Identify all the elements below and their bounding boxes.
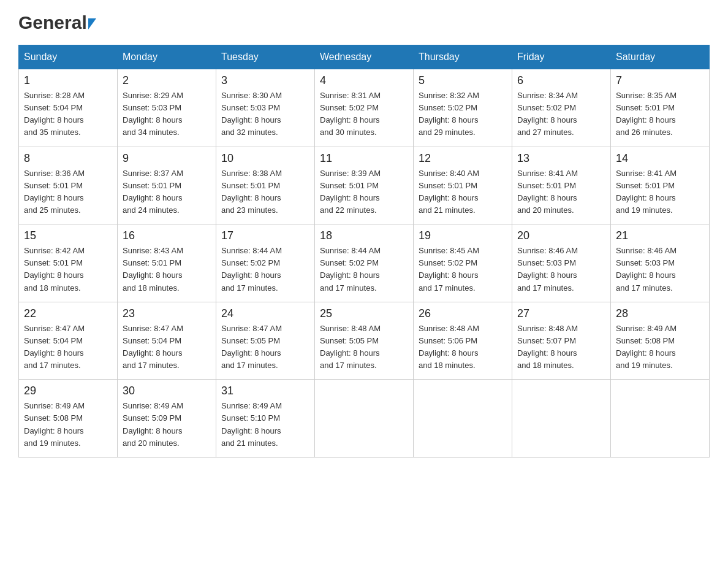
day-number: 29 [24, 385, 112, 397]
day-info: Sunrise: 8:47 AMSunset: 5:04 PMDaylight:… [24, 323, 112, 372]
day-info: Sunrise: 8:48 AMSunset: 5:06 PMDaylight:… [419, 323, 507, 372]
day-cell: 16Sunrise: 8:43 AMSunset: 5:01 PMDayligh… [118, 224, 216, 302]
day-cell: 12Sunrise: 8:40 AMSunset: 5:01 PMDayligh… [414, 147, 512, 224]
day-number: 18 [320, 229, 408, 242]
day-number: 23 [123, 307, 211, 320]
day-info: Sunrise: 8:47 AMSunset: 5:05 PMDaylight:… [221, 323, 309, 372]
day-cell: 18Sunrise: 8:44 AMSunset: 5:02 PMDayligh… [315, 224, 414, 302]
day-number: 7 [616, 74, 704, 87]
day-number: 15 [24, 229, 112, 242]
day-number: 22 [24, 307, 112, 320]
day-info: Sunrise: 8:41 AMSunset: 5:01 PMDaylight:… [616, 167, 704, 217]
weekday-header-sunday: Sunday [19, 45, 118, 69]
day-cell: 10Sunrise: 8:38 AMSunset: 5:01 PMDayligh… [216, 147, 315, 224]
day-cell: 22Sunrise: 8:47 AMSunset: 5:04 PMDayligh… [19, 302, 118, 380]
day-number: 21 [616, 229, 704, 242]
day-cell: 1Sunrise: 8:28 AMSunset: 5:04 PMDaylight… [19, 69, 118, 147]
day-cell [315, 380, 414, 458]
day-cell [414, 380, 512, 458]
day-number: 20 [517, 229, 605, 242]
day-cell: 23Sunrise: 8:47 AMSunset: 5:04 PMDayligh… [118, 302, 216, 380]
page-header: General [18, 12, 710, 33]
day-number: 14 [616, 152, 704, 165]
logo: General [18, 12, 96, 33]
day-info: Sunrise: 8:44 AMSunset: 5:02 PMDaylight:… [221, 245, 309, 294]
day-number: 8 [24, 152, 112, 165]
day-info: Sunrise: 8:39 AMSunset: 5:01 PMDaylight:… [320, 167, 408, 217]
day-cell: 2Sunrise: 8:29 AMSunset: 5:03 PMDaylight… [118, 69, 216, 147]
day-number: 16 [123, 229, 211, 242]
day-number: 28 [616, 307, 704, 320]
week-row-3: 15Sunrise: 8:42 AMSunset: 5:01 PMDayligh… [19, 224, 710, 302]
weekday-header-saturday: Saturday [611, 45, 710, 69]
day-number: 11 [320, 152, 408, 165]
day-info: Sunrise: 8:45 AMSunset: 5:02 PMDaylight:… [419, 245, 507, 294]
week-row-2: 8Sunrise: 8:36 AMSunset: 5:01 PMDaylight… [19, 147, 710, 224]
day-info: Sunrise: 8:35 AMSunset: 5:01 PMDaylight:… [616, 90, 704, 139]
day-cell: 31Sunrise: 8:49 AMSunset: 5:10 PMDayligh… [216, 380, 315, 458]
day-info: Sunrise: 8:32 AMSunset: 5:02 PMDaylight:… [419, 90, 507, 139]
day-number: 19 [419, 229, 507, 242]
weekday-header-friday: Friday [512, 45, 611, 69]
weekday-header-tuesday: Tuesday [216, 45, 315, 69]
day-info: Sunrise: 8:49 AMSunset: 5:10 PMDaylight:… [221, 400, 309, 450]
day-info: Sunrise: 8:38 AMSunset: 5:01 PMDaylight:… [221, 167, 309, 217]
day-cell: 28Sunrise: 8:49 AMSunset: 5:08 PMDayligh… [611, 302, 710, 380]
week-row-4: 22Sunrise: 8:47 AMSunset: 5:04 PMDayligh… [19, 302, 710, 380]
day-info: Sunrise: 8:46 AMSunset: 5:03 PMDaylight:… [517, 245, 605, 294]
day-cell: 19Sunrise: 8:45 AMSunset: 5:02 PMDayligh… [414, 224, 512, 302]
day-cell: 6Sunrise: 8:34 AMSunset: 5:02 PMDaylight… [512, 69, 611, 147]
day-cell: 5Sunrise: 8:32 AMSunset: 5:02 PMDaylight… [414, 69, 512, 147]
day-info: Sunrise: 8:44 AMSunset: 5:02 PMDaylight:… [320, 245, 408, 294]
day-cell: 30Sunrise: 8:49 AMSunset: 5:09 PMDayligh… [118, 380, 216, 458]
day-cell: 8Sunrise: 8:36 AMSunset: 5:01 PMDaylight… [19, 147, 118, 224]
day-info: Sunrise: 8:40 AMSunset: 5:01 PMDaylight:… [419, 167, 507, 217]
day-info: Sunrise: 8:46 AMSunset: 5:03 PMDaylight:… [616, 245, 704, 294]
weekday-header-thursday: Thursday [414, 45, 512, 69]
day-cell: 4Sunrise: 8:31 AMSunset: 5:02 PMDaylight… [315, 69, 414, 147]
calendar-table: SundayMondayTuesdayWednesdayThursdayFrid… [18, 45, 710, 458]
day-info: Sunrise: 8:49 AMSunset: 5:08 PMDaylight:… [616, 323, 704, 372]
day-info: Sunrise: 8:31 AMSunset: 5:02 PMDaylight:… [320, 90, 408, 139]
day-cell: 11Sunrise: 8:39 AMSunset: 5:01 PMDayligh… [315, 147, 414, 224]
day-number: 5 [419, 74, 507, 87]
day-number: 1 [24, 74, 112, 87]
day-number: 27 [517, 307, 605, 320]
day-info: Sunrise: 8:29 AMSunset: 5:03 PMDaylight:… [123, 90, 211, 139]
day-info: Sunrise: 8:28 AMSunset: 5:04 PMDaylight:… [24, 90, 112, 139]
day-info: Sunrise: 8:36 AMSunset: 5:01 PMDaylight:… [24, 167, 112, 217]
weekday-header-row: SundayMondayTuesdayWednesdayThursdayFrid… [19, 45, 710, 69]
weekday-header-wednesday: Wednesday [315, 45, 414, 69]
day-info: Sunrise: 8:49 AMSunset: 5:08 PMDaylight:… [24, 400, 112, 450]
day-number: 24 [221, 307, 309, 320]
day-cell: 24Sunrise: 8:47 AMSunset: 5:05 PMDayligh… [216, 302, 315, 380]
day-number: 6 [517, 74, 605, 87]
day-cell: 15Sunrise: 8:42 AMSunset: 5:01 PMDayligh… [19, 224, 118, 302]
day-info: Sunrise: 8:37 AMSunset: 5:01 PMDaylight:… [123, 167, 211, 217]
day-cell: 29Sunrise: 8:49 AMSunset: 5:08 PMDayligh… [19, 380, 118, 458]
day-number: 9 [123, 152, 211, 165]
day-info: Sunrise: 8:43 AMSunset: 5:01 PMDaylight:… [123, 245, 211, 294]
day-cell: 26Sunrise: 8:48 AMSunset: 5:06 PMDayligh… [414, 302, 512, 380]
day-cell: 17Sunrise: 8:44 AMSunset: 5:02 PMDayligh… [216, 224, 315, 302]
week-row-5: 29Sunrise: 8:49 AMSunset: 5:08 PMDayligh… [19, 380, 710, 458]
day-info: Sunrise: 8:48 AMSunset: 5:05 PMDaylight:… [320, 323, 408, 372]
day-cell: 9Sunrise: 8:37 AMSunset: 5:01 PMDaylight… [118, 147, 216, 224]
day-info: Sunrise: 8:30 AMSunset: 5:03 PMDaylight:… [221, 90, 309, 139]
day-number: 2 [123, 74, 211, 87]
day-cell [611, 380, 710, 458]
day-cell: 14Sunrise: 8:41 AMSunset: 5:01 PMDayligh… [611, 147, 710, 224]
logo-triangle-icon [88, 18, 96, 29]
day-info: Sunrise: 8:42 AMSunset: 5:01 PMDaylight:… [24, 245, 112, 294]
day-info: Sunrise: 8:48 AMSunset: 5:07 PMDaylight:… [517, 323, 605, 372]
day-number: 17 [221, 229, 309, 242]
day-number: 13 [517, 152, 605, 165]
day-info: Sunrise: 8:49 AMSunset: 5:09 PMDaylight:… [123, 400, 211, 450]
day-cell: 3Sunrise: 8:30 AMSunset: 5:03 PMDaylight… [216, 69, 315, 147]
day-cell: 25Sunrise: 8:48 AMSunset: 5:05 PMDayligh… [315, 302, 414, 380]
day-info: Sunrise: 8:41 AMSunset: 5:01 PMDaylight:… [517, 167, 605, 217]
day-number: 10 [221, 152, 309, 165]
day-cell: 27Sunrise: 8:48 AMSunset: 5:07 PMDayligh… [512, 302, 611, 380]
day-cell [512, 380, 611, 458]
day-number: 25 [320, 307, 408, 320]
